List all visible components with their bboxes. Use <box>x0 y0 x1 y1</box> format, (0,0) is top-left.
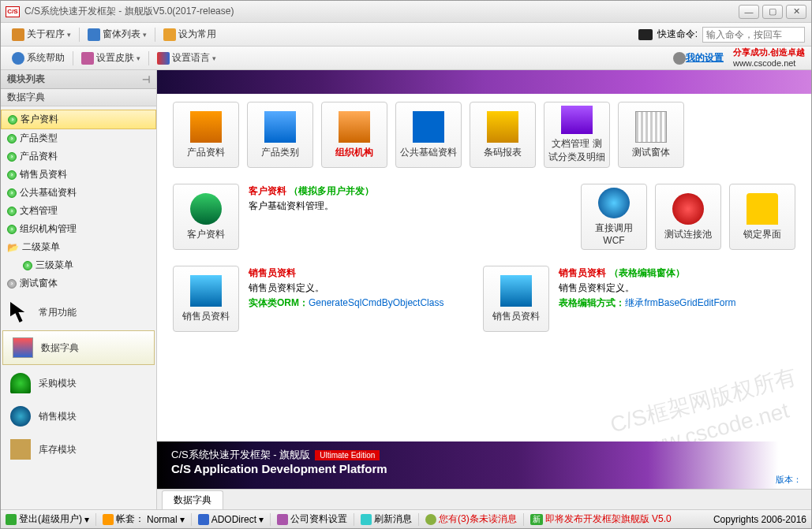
status-company[interactable]: 公司资料设置 <box>277 512 347 526</box>
sidebar-tile[interactable]: 采购模块 <box>1 367 156 400</box>
sales-info-2: 销售员资料 （表格编辑窗体） 销售员资料定义。 表格编辑方式：继承frmBase… <box>559 266 735 311</box>
new-badge-icon: 新 <box>530 514 543 525</box>
tile-wcf[interactable]: 直接调用WCF <box>581 184 647 250</box>
minimize-button[interactable]: — <box>739 5 759 19</box>
globe-icon <box>598 188 630 218</box>
main-area: 产品资料产品类别组织机构公共基础资料条码报表文档管理 测试分类及明细测试窗体 客… <box>157 70 811 509</box>
ico-stock-icon <box>10 439 31 460</box>
maximize-button[interactable]: ▢ <box>762 5 783 19</box>
sidebar-tile[interactable]: 销售模块 <box>1 400 156 433</box>
help-icon <box>12 52 24 65</box>
bullet-icon: › <box>7 170 17 180</box>
tree-node[interactable]: ›公共基础资料 <box>1 184 156 202</box>
bullet-icon: › <box>7 225 17 234</box>
plug-icon <box>198 514 209 525</box>
a-pub-icon <box>413 111 444 143</box>
tree-node[interactable]: ›测试窗体 <box>1 274 156 292</box>
language-button[interactable]: 设置语言▾ <box>152 50 221 66</box>
status-connection[interactable]: ADODirect▾ <box>198 514 264 525</box>
tree-node[interactable]: ›三级菜单 <box>1 256 156 274</box>
footer-banner: C/S系统快速开发框架 - 旗舰版Ultimate Edition C/S Ap… <box>157 441 811 489</box>
lock-icon <box>747 193 778 225</box>
status-unread[interactable]: 您有(3)条未读消息 <box>425 512 517 526</box>
tree-node[interactable]: ›销售员资料 <box>1 166 156 184</box>
a-org-icon <box>339 111 370 143</box>
record-icon <box>672 193 704 225</box>
ico-sale-icon <box>10 406 31 427</box>
sidebar-tile[interactable]: 库存模块 <box>1 433 156 466</box>
bullet-icon: › <box>23 261 32 270</box>
sidebar-tile[interactable]: 常用功能 <box>1 296 156 329</box>
tree-node[interactable]: ›产品资料 <box>1 147 156 166</box>
tab-dict[interactable]: 数据字典 <box>162 490 223 509</box>
language-icon <box>157 52 170 65</box>
a-cat-icon <box>264 111 296 143</box>
app-tile[interactable]: 文档管理 测试分类及明细 <box>544 102 610 168</box>
tree-node[interactable]: ›产品类型 <box>1 129 156 147</box>
folder-icon: 📂 <box>7 242 19 253</box>
tree-node[interactable]: ›组织机构管理 <box>1 220 156 238</box>
a-doc-icon <box>561 106 593 134</box>
book-icon <box>103 514 114 525</box>
a-test-icon <box>635 111 667 143</box>
app-tile[interactable]: 产品资料 <box>173 102 239 168</box>
building-icon <box>277 514 288 525</box>
people-icon <box>190 193 222 225</box>
titlebar: C/S C/S系统快速开发框架 - 旗舰版V5.0(2017-release) … <box>1 1 811 23</box>
tile-lock[interactable]: 锁定界面 <box>729 184 795 250</box>
brand-block: 分享成功.创造卓越 www.cscode.net <box>733 47 805 68</box>
refresh-icon <box>361 514 372 525</box>
app-tile[interactable]: 条码报表 <box>470 102 536 168</box>
bottom-tabs: 数据字典 <box>157 489 811 509</box>
status-logout[interactable]: 登出(超级用户)▾ <box>6 512 89 526</box>
tile-pool[interactable]: 测试连接池 <box>655 184 721 250</box>
star-icon <box>163 28 176 41</box>
a-bar-icon <box>487 111 518 143</box>
close-button[interactable]: ✕ <box>786 5 806 19</box>
app-tile[interactable]: 测试窗体 <box>618 102 684 168</box>
tile-salesperson-2[interactable]: 销售员资料 <box>483 266 549 332</box>
tree-node[interactable]: ›客户资料 <box>1 110 156 129</box>
customer-info: 客户资料 （模拟多用户并发） 客户基础资料管理。 <box>249 184 374 214</box>
top-banner <box>157 70 811 94</box>
status-account[interactable]: 帐套：Normal▾ <box>103 512 185 526</box>
window-title: C/S系统快速开发框架 - 旗舰版V5.0(2017-release) <box>24 5 739 18</box>
skin-button[interactable]: 设置皮肤▾ <box>77 50 145 66</box>
set-default-button[interactable]: 设为常用 <box>159 26 221 43</box>
gear-icon <box>673 52 686 65</box>
sidebar-header: 模块列表⊣ <box>1 70 156 89</box>
tile-salesperson-1[interactable]: 销售员资料 <box>173 266 239 332</box>
user-icon <box>6 514 17 525</box>
status-copyright: Copyrights 2006-2016 <box>713 514 806 525</box>
bullet-icon: › <box>7 152 17 162</box>
tile-customer[interactable]: 客户资料 <box>173 184 239 250</box>
app-tile[interactable]: 组织机构 <box>321 102 387 168</box>
sales-info-1: 销售员资料 销售员资料定义。 实体类ORM：GenerateSqlCmdByOb… <box>249 266 443 311</box>
sidebar: 模块列表⊣ 数据字典 ›客户资料›产品类型›产品资料›销售员资料›公共基础资料›… <box>1 70 157 509</box>
tree-node[interactable]: 📂二级菜单 <box>1 238 156 256</box>
status-refresh[interactable]: 刷新消息 <box>361 512 412 526</box>
quick-cmd-label: 快速命令: <box>657 28 698 41</box>
terminal-icon <box>638 29 653 40</box>
bullet-icon: › <box>7 207 17 216</box>
pin-icon[interactable]: ⊣ <box>142 74 150 85</box>
sidebar-accordion-dict[interactable]: 数据字典 <box>1 89 156 106</box>
sidebar-tile[interactable]: 数据字典 <box>2 330 155 365</box>
statusbar: 登出(超级用户)▾ 帐套：Normal▾ ADODirect▾ 公司资料设置 刷… <box>1 509 811 528</box>
window-list-button[interactable]: 窗体列表▾ <box>83 26 152 43</box>
status-release: 新即将发布开发框架旗舰版 V5.0 <box>530 512 672 526</box>
my-settings-link[interactable]: 我的设置 <box>686 51 724 65</box>
app-tile[interactable]: 产品类别 <box>247 102 313 168</box>
ico-dict-icon <box>13 337 33 358</box>
folder-person-icon <box>190 275 222 307</box>
app-tile[interactable]: 公共基础资料 <box>395 102 462 168</box>
about-button[interactable]: 关于程序▾ <box>7 26 76 43</box>
sound-icon <box>425 514 436 525</box>
bullet-icon: › <box>7 134 17 143</box>
tree-node[interactable]: ›文档管理 <box>1 202 156 220</box>
help-button[interactable]: 系统帮助 <box>7 50 69 66</box>
bullet-icon: › <box>7 188 17 198</box>
windows-icon <box>88 28 100 41</box>
ico-buy-icon <box>10 373 31 393</box>
quick-cmd-input[interactable] <box>702 27 805 43</box>
